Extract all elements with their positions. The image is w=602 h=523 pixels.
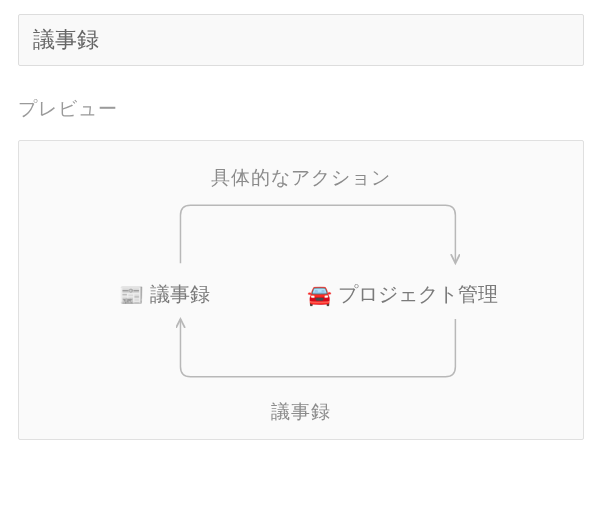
preview-panel: 具体的なアクション 📰 議事録 🚘 プロジェクト管理 議事録	[18, 140, 584, 440]
title-input[interactable]	[18, 14, 584, 66]
car-icon: 🚘	[307, 285, 332, 305]
node-right: 🚘 プロジェクト管理	[307, 281, 498, 308]
node-left: 📰 議事録	[119, 281, 210, 308]
newspaper-icon: 📰	[119, 285, 144, 305]
bottom-arrow	[180, 319, 455, 377]
node-left-label: 議事録	[150, 281, 210, 308]
top-arrow	[180, 205, 455, 263]
bottom-arrow-label: 議事録	[49, 399, 553, 425]
relation-diagram: 📰 議事録 🚘 プロジェクト管理	[49, 197, 553, 397]
node-right-label: プロジェクト管理	[338, 281, 498, 308]
top-arrow-label: 具体的なアクション	[49, 165, 553, 191]
preview-heading: プレビュー	[18, 96, 584, 122]
